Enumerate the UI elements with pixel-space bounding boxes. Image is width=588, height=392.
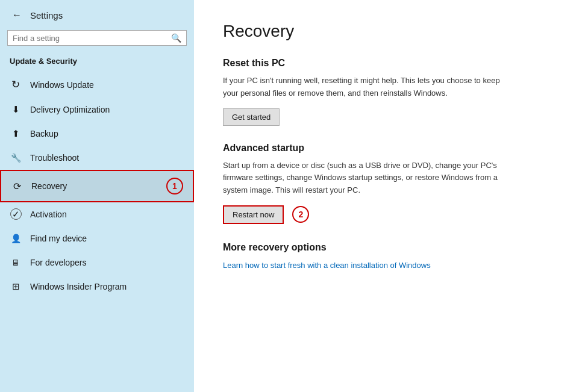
backup-icon (10, 128, 22, 139)
sidebar-item-activation[interactable]: Activation (0, 202, 194, 226)
badge-2: 2 (292, 206, 309, 223)
activation-icon (10, 209, 22, 220)
nav-label: Windows Insider Program (30, 282, 184, 291)
advanced-startup-section: Advanced startup Start up from a device … (223, 143, 559, 224)
nav-label: Troubleshoot (30, 153, 184, 163)
sidebar: ← Settings 🔍 Update & Security Windows U… (0, 0, 194, 392)
sidebar-item-troubleshoot[interactable]: Troubleshoot (0, 146, 194, 170)
clean-install-link[interactable]: Learn how to start fresh with a clean in… (223, 261, 431, 270)
reset-heading: Reset this PC (223, 58, 559, 69)
section-label: Update & Security (0, 53, 194, 72)
more-recovery-heading: More recovery options (223, 242, 559, 253)
restart-now-button[interactable]: Restart now (223, 205, 284, 224)
sidebar-item-backup[interactable]: Backup (0, 122, 194, 146)
back-button[interactable]: ← (10, 8, 24, 22)
download-icon (10, 104, 22, 115)
nav-label: Windows Update (30, 80, 184, 90)
nav-label: Find my device (30, 234, 184, 243)
nav-label: For developers (30, 258, 184, 267)
advanced-heading: Advanced startup (223, 143, 559, 154)
restart-btn-wrapper: Restart now 2 (223, 205, 309, 224)
reset-description: If your PC isn't running well, resetting… (223, 75, 500, 100)
nav-list: Windows Update Delivery Optimization Bac… (0, 72, 194, 299)
sidebar-title: Settings (30, 10, 63, 20)
reset-section: Reset this PC If your PC isn't running w… (223, 58, 559, 126)
wrench-icon (10, 152, 22, 163)
insider-icon (10, 281, 22, 292)
search-input[interactable] (13, 34, 171, 43)
sidebar-item-recovery[interactable]: Recovery 1 (0, 170, 194, 202)
sidebar-item-for-developers[interactable]: For developers (0, 250, 194, 275)
sidebar-item-find-device[interactable]: Find my device (0, 226, 194, 250)
refresh-icon (10, 78, 22, 91)
page-title: Recovery (223, 22, 559, 41)
advanced-description: Start up from a device or disc (such as … (223, 160, 500, 197)
search-box: 🔍 (7, 30, 187, 46)
nav-label: Activation (30, 210, 184, 219)
badge-1: 1 (166, 178, 183, 194)
nav-label: Recovery (31, 181, 158, 191)
main-content: Recovery Reset this PC If your PC isn't … (194, 0, 588, 392)
nav-label: Delivery Optimization (30, 105, 184, 114)
recovery-icon (11, 181, 23, 192)
sidebar-item-delivery-optimization[interactable]: Delivery Optimization (0, 98, 194, 122)
nav-label: Backup (30, 129, 184, 138)
more-recovery-section: More recovery options Learn how to start… (223, 242, 559, 270)
sidebar-header: ← Settings (0, 0, 194, 28)
get-started-button[interactable]: Get started (223, 108, 280, 126)
search-icon-button[interactable]: 🔍 (171, 33, 181, 43)
find-icon (10, 233, 22, 244)
dev-icon (10, 257, 22, 268)
sidebar-item-windows-insider[interactable]: Windows Insider Program (0, 275, 194, 299)
sidebar-item-windows-update[interactable]: Windows Update (0, 72, 194, 98)
